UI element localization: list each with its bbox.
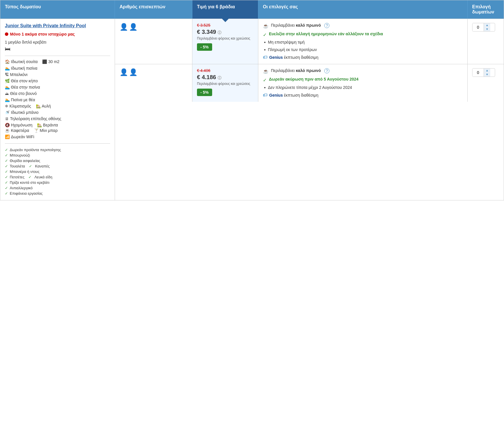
qty-input-2[interactable]: 0 (472, 69, 484, 77)
discount-badge-2: - 5% (197, 89, 212, 96)
check-icon: ✓ (5, 153, 8, 157)
bed-icon: 🛏 (5, 46, 11, 52)
amenity-tv: 🖥 Τηλεόραση επίπεδης οθόνης (5, 116, 110, 122)
coffee-cup-icon: ☕ (263, 23, 269, 29)
quantity-control-1[interactable]: 0 ▲ ▼ (472, 23, 495, 32)
qty-down-2[interactable]: ▼ (484, 73, 490, 77)
guests-cell-1: 👤👤 (115, 19, 192, 64)
mountain-icon: ⛰ (5, 91, 9, 96)
bullet-icon: • (264, 85, 266, 90)
pool2-icon: 🏊 (5, 97, 10, 102)
pool-icon: 🏊 (5, 66, 10, 71)
amenity-suite: 🏠 Ιδιωτική σουίτα (5, 59, 38, 64)
garden-icon: 🌿 (5, 79, 10, 83)
amenity-balcony: 🏗 Μπαλκόνι (5, 71, 110, 78)
divider2 (5, 143, 110, 144)
qty-arrows-2: ▲ ▼ (484, 69, 490, 77)
amenity-pool: 🏊 Ιδιωτική πισίνα (5, 65, 110, 71)
checks-list: ✓ Δωρεάν προϊόντα περιποίησης ✓ Μπουρνού… (5, 147, 110, 196)
free-cancel-option: ✓ Δωρεάν ακύρωση πριν από 5 Αυγούστου 20… (263, 77, 463, 83)
balcony-icon: 🏗 (5, 72, 9, 77)
amenity-bathroom: 🚿 Ιδιωτικό μπάνιο (5, 109, 110, 116)
qty-up-1[interactable]: ▲ (484, 23, 490, 27)
header-options: Οι επιλογές σας (258, 0, 468, 19)
pool-view-icon: 🏊 (5, 85, 10, 89)
header-guests: Αριθμός επισκεπτών (115, 0, 192, 19)
check-icon: ✓ (29, 164, 32, 168)
coffee-cup-icon-2: ☕ (263, 69, 269, 74)
amenity-courtyard: 🏡 Αυλή (36, 104, 51, 108)
check-desk: ✓ Επιφάνεια εργασίας (5, 191, 110, 196)
free-cancel-label[interactable]: Δωρεάν ακύρωση πριν από 5 Αυγούστου 2024 (269, 77, 358, 81)
bullet-icon: • (264, 47, 266, 52)
genius-row-2: 🏷 Genius έκπτωση διαθέσιμη (263, 93, 463, 98)
amenity-soundproof: 🔇 Ηχομόνωση (5, 123, 32, 127)
table-header: Τύπος δωματίου Αριθμός επισκεπτών Τιμή γ… (0, 0, 504, 19)
current-price-1: € 3.349 ⓘ (197, 29, 253, 35)
genius-row-1: 🏷 Genius έκπτωση διαθέσιμη (263, 55, 463, 60)
guests-icon-2: 👤👤 (120, 68, 138, 76)
price-cell-1: € 3.525 € 3.349 ⓘ Περιλαμβάνει φόρους κα… (192, 19, 258, 64)
qty-down-1[interactable]: ▼ (484, 27, 490, 31)
bed-info: 1 μεγάλο διπλό κρεβάτι 🛏 (5, 40, 110, 52)
flex-label-1[interactable]: Ευελιξία στην αλλαγή ημερομηνιών εάν αλλ… (269, 32, 383, 36)
red-dot-icon (5, 32, 8, 36)
header-room-type: Τύπος δωματίου (0, 0, 115, 19)
check-safe: ✓ Θυρίδα ασφαλείας (5, 158, 110, 163)
ac-icon: ❄ (5, 104, 8, 108)
header-price: Τιμή για 6 βράδια (192, 0, 258, 19)
qty-input-1[interactable]: 0 (472, 23, 484, 31)
check-toiletries: ✓ Δωρεάν προϊόντα περιποίησης (5, 147, 110, 153)
current-price-2: € 4.186 ⓘ (197, 74, 253, 81)
check-icon: ✓ (5, 191, 8, 196)
amenity-garden-view: 🌿 Θέα στον κήπο (5, 78, 110, 84)
discount-badge-1: - 5% (197, 43, 212, 51)
bullet-1-row1: • Μη επιστρέψιμη τιμή (263, 40, 463, 45)
check-icon: ✓ (5, 148, 8, 152)
genius-tag-icon: 🏷 (263, 55, 267, 60)
check-towels-linen: ✓ Πετσέτες ✓ Λευκά είδη (5, 174, 110, 180)
amenity-size: ⬛ 30 m2 (42, 59, 59, 64)
bullet-icon: • (264, 40, 266, 45)
amenity-ac: ❄ Κλιματισμός (5, 104, 31, 108)
size-icon: ⬛ (42, 59, 47, 64)
options-cell-2: ☕ Περιλαμβάνει καλό πρωινό ? ✓ Δωρεάν ακ… (258, 64, 468, 102)
original-price-2: € 4.406 (197, 68, 253, 73)
check-icon: ✓ (28, 175, 32, 179)
check-toilet-sofa: ✓ Τουαλέτα ✓ Καναπές (5, 163, 110, 169)
check-icon: ✓ (5, 164, 8, 168)
price-info-icon-1[interactable]: ⓘ (218, 30, 221, 35)
divider (5, 56, 110, 56)
room-title[interactable]: Junior Suite with Private Infinity Pool (5, 23, 110, 29)
veranda-icon: 🏡 (37, 123, 42, 127)
quantity-control-2[interactable]: 0 ▲ ▼ (472, 68, 495, 77)
bullet-1-row2: • Δεν πληρώνετε τίποτα μέχρι 2 Αυγούστου… (263, 85, 463, 90)
check-bathrobe: ✓ Μπουρνούζι (5, 153, 110, 158)
flex-option-1: ✓ Ευελιξία στην αλλαγή ημερομηνιών εάν α… (263, 32, 463, 38)
check-icon: ✓ (5, 180, 8, 185)
qty-up-2[interactable]: ▲ (484, 69, 490, 73)
bullet-2-row1: • Πληρωμή εκ των προτέρων (263, 47, 463, 52)
price-info-icon-2[interactable]: ⓘ (218, 76, 221, 80)
amenity-pool-view2: 🏊 Πισίνα με θέα (5, 97, 110, 103)
header-select: Επιλογή δωματίων (468, 0, 504, 19)
genius-tag-icon-2: 🏷 (263, 93, 267, 98)
check-icon: ✓ (5, 175, 8, 179)
wifi-icon: 📶 (5, 134, 10, 139)
help-icon-1[interactable]: ? (324, 23, 329, 28)
check-icon: ✓ (5, 159, 8, 163)
price-row-2: 👤👤 € 4.406 € 4.186 ⓘ Περιλαμβάνει φόρους… (115, 64, 504, 102)
check-bath: ✓ Μπανιέρα ή ντους (5, 169, 110, 174)
amenity-minibar: 🍸 Μίνι μπαρ (34, 128, 58, 133)
courtyard-icon: 🏡 (36, 104, 41, 108)
help-icon-2[interactable]: ? (324, 68, 329, 73)
check-icon: ✓ (5, 169, 8, 174)
qty-arrows-1: ▲ ▼ (484, 23, 490, 31)
breakfast-option-1: ☕ Περιλαμβάνει καλό πρωινό ? (263, 23, 463, 29)
bullet-text-2: Πληρωμή εκ των προτέρων (268, 47, 317, 52)
suite-icon: 🏠 (5, 59, 10, 64)
check-socket: ✓ Πρίζα κοντά στο κρεβάτι (5, 180, 110, 185)
soundproof-icon: 🔇 (5, 123, 10, 127)
options-cell-1: ☕ Περιλαμβάνει καλό πρωινό ? ✓ Ευελιξία … (258, 19, 468, 64)
price-row-1: 👤👤 € 3.525 € 3.349 ⓘ Περιλαμβάνει φόρους… (115, 19, 504, 64)
